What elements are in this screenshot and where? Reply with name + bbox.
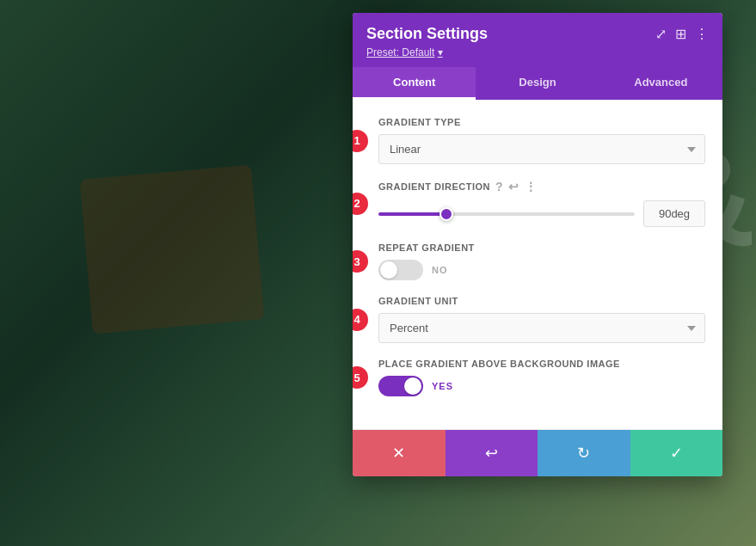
place-gradient-toggle-wrap: YES: [378, 376, 705, 396]
step-badge-1: 1: [353, 130, 368, 152]
field-repeat-gradient: 3 Repeat Gradient NO: [378, 242, 705, 280]
step-badge-3: 3: [353, 250, 368, 273]
place-gradient-toggle[interactable]: [378, 376, 423, 396]
place-gradient-toggle-label: YES: [432, 381, 453, 391]
more-icon-direction[interactable]: ⋮: [525, 180, 538, 193]
gradient-direction-slider-wrap: [378, 206, 635, 223]
settings-panel: Section Settings ⤢ ⊞ ⋮ Preset: Default ▾…: [353, 13, 722, 476]
panel-tabs: Content Design Advanced: [353, 67, 722, 100]
step-badge-4: 4: [353, 309, 368, 331]
step-badge-2: 2: [353, 193, 368, 215]
tab-advanced[interactable]: Advanced: [599, 67, 722, 100]
gradient-direction-input[interactable]: [643, 200, 705, 227]
more-icon[interactable]: ⋮: [695, 26, 709, 42]
field-gradient-type: 1 Gradient Type Linear Radial Conic: [378, 117, 705, 164]
field-gradient-unit: 4 Gradient Unit Percent Pixels: [378, 296, 705, 343]
gradient-unit-select[interactable]: Percent Pixels: [378, 313, 705, 343]
gradient-type-label: Gradient Type: [378, 117, 705, 127]
tab-content[interactable]: Content: [353, 67, 476, 100]
save-button[interactable]: ✓: [630, 430, 723, 476]
redo-button[interactable]: ↻: [538, 430, 630, 476]
field-gradient-direction: 2 Gradient Direction ? ↩ ⋮: [378, 180, 705, 227]
repeat-gradient-label: Repeat Gradient: [378, 242, 705, 253]
undo-button[interactable]: ↩: [446, 430, 538, 476]
gradient-unit-label: Gradient Unit: [378, 296, 705, 306]
panel-body: 1 Gradient Type Linear Radial Conic 2 Gr…: [353, 100, 722, 426]
panel-header-top: Section Settings ⤢ ⊞ ⋮: [366, 25, 709, 43]
step-badge-5: 5: [353, 366, 368, 389]
preset-selector[interactable]: Preset: Default ▾: [366, 46, 709, 58]
decorative-block: [80, 165, 265, 334]
gradient-type-select[interactable]: Linear Radial Conic: [378, 134, 705, 164]
gradient-direction-label: Gradient Direction ? ↩ ⋮: [378, 180, 705, 193]
preset-label: Preset: Default: [366, 46, 434, 58]
gradient-direction-slider-row: [378, 200, 705, 227]
gradient-direction-slider[interactable]: [378, 212, 635, 216]
tab-design[interactable]: Design: [476, 67, 599, 100]
panel-title: Section Settings: [366, 25, 488, 43]
panel-footer: ✕ ↩ ↻ ✓: [353, 429, 722, 476]
toggle-knob-place: [404, 377, 421, 395]
fullscreen-icon[interactable]: ⤢: [655, 26, 667, 42]
field-place-gradient: 5 Place Gradient Above Background Image …: [378, 359, 705, 396]
panel-header: Section Settings ⤢ ⊞ ⋮ Preset: Default ▾: [353, 13, 722, 67]
place-gradient-label: Place Gradient Above Background Image: [378, 359, 705, 369]
toggle-knob-repeat: [380, 261, 397, 279]
repeat-gradient-toggle-label: NO: [432, 265, 448, 275]
repeat-gradient-toggle[interactable]: [378, 260, 423, 280]
preset-arrow: ▾: [438, 46, 443, 58]
repeat-gradient-toggle-wrap: NO: [378, 260, 705, 280]
cancel-button[interactable]: ✕: [353, 430, 446, 476]
columns-icon[interactable]: ⊞: [675, 26, 686, 42]
panel-header-icons: ⤢ ⊞ ⋮: [655, 26, 709, 42]
help-icon-direction[interactable]: ?: [495, 180, 503, 193]
reset-icon-direction[interactable]: ↩: [508, 180, 519, 193]
